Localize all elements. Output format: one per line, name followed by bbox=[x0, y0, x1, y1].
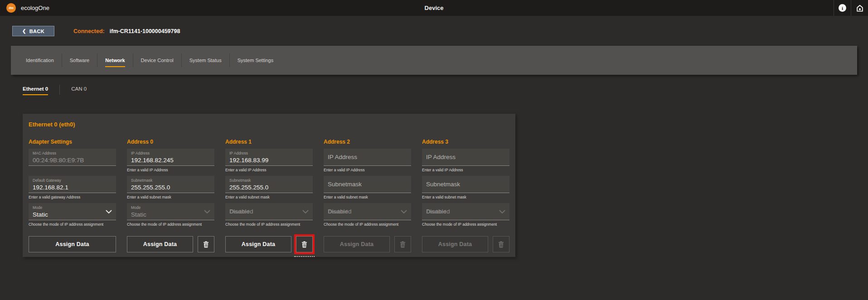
trash-icon bbox=[399, 241, 407, 248]
mode-select: Disabled Disabled bbox=[324, 203, 411, 220]
subnetmask-input[interactable]: Subnetmask bbox=[422, 176, 509, 193]
ip-address-input[interactable]: IP Address 192.168.83.99 bbox=[225, 149, 313, 166]
column-address-0: Address 0 IP Address 192.168.82.245 Ente… bbox=[127, 139, 214, 252]
mode-select: Disabled Disabled bbox=[422, 203, 509, 220]
info-button[interactable]: i bbox=[834, 0, 851, 16]
ip-address-input[interactable]: IP Address 192.168.82.245 bbox=[127, 149, 214, 166]
helper-text: Enter a valid subnet mask bbox=[225, 195, 313, 199]
column-address-1: Address 1 IP Address 192.168.83.99 Enter… bbox=[225, 139, 313, 252]
interface-sub-tabs: Ethernet 0 CAN 0 bbox=[23, 85, 868, 97]
column-address-3: Address 3 IP Address Enter a valid IP Ad… bbox=[422, 139, 509, 252]
app-name: ecologOne bbox=[21, 5, 49, 11]
mode-field: Mode Static Choose the mode of IP addres… bbox=[127, 203, 214, 230]
assign-data-button-disabled: Assign Data bbox=[422, 236, 488, 252]
column-header: Address 3 bbox=[422, 139, 509, 145]
home-button[interactable] bbox=[851, 0, 868, 16]
helper-text: Enter a valid subnet mask bbox=[127, 195, 214, 199]
mode-field: Mode Static Choose the mode of IP addres… bbox=[29, 203, 116, 230]
assign-data-button-disabled: Assign Data bbox=[324, 236, 390, 252]
back-label: BACK bbox=[29, 29, 44, 34]
helper-text: Enter a valid IP Address bbox=[422, 168, 509, 172]
helper-text: Choose the mode of IP address assignment bbox=[127, 222, 214, 227]
tab-network[interactable]: Network bbox=[97, 46, 132, 75]
column-header: Adapter Settings bbox=[29, 139, 116, 145]
actions-row: Assign Data bbox=[29, 236, 116, 252]
subnetmask-input[interactable]: Subnetmask bbox=[324, 176, 411, 193]
chevron-down-icon bbox=[204, 210, 210, 213]
delete-button[interactable] bbox=[198, 236, 214, 252]
subnetmask-field: Subnetmask Enter a valid subnet mask bbox=[324, 176, 411, 203]
mode-field: Disabled Disabled Choose the mode of IP … bbox=[225, 203, 313, 230]
assign-data-button[interactable]: Assign Data bbox=[225, 236, 291, 252]
ip-address-input[interactable]: IP Address bbox=[324, 149, 411, 166]
assign-data-button[interactable]: Assign Data bbox=[127, 236, 193, 252]
sub-header: ❮ BACK Connected: ifm-CR1141-10000045979… bbox=[12, 26, 868, 36]
chevron-down-icon bbox=[499, 210, 505, 213]
info-icon: i bbox=[839, 4, 846, 12]
mode-select: Disabled Disabled bbox=[225, 203, 313, 220]
subnetmask-input[interactable]: Subnetmask 255.255.255.0 bbox=[225, 176, 313, 193]
chevron-down-icon bbox=[401, 210, 407, 213]
subnetmask-field: Subnetmask 255.255.255.0 Enter a valid s… bbox=[225, 176, 313, 203]
column-header: Address 0 bbox=[127, 139, 214, 145]
chevron-left-icon: ❮ bbox=[22, 29, 26, 34]
tab-system-settings[interactable]: System Settings bbox=[230, 46, 281, 75]
connected-label: Connected: bbox=[73, 28, 105, 34]
helper-text: Enter a valid IP Address bbox=[127, 168, 214, 172]
chevron-down-icon bbox=[106, 210, 112, 213]
tab-system-status[interactable]: System Status bbox=[182, 46, 229, 75]
column-adapter-settings: Adapter Settings MAC Address 00:24:9B:80… bbox=[29, 139, 116, 252]
actions-row: Assign Data bbox=[225, 236, 313, 252]
ip-address-field: IP Address 192.168.82.245 Enter a valid … bbox=[127, 149, 214, 176]
mac-address-input: MAC Address 00:24:9B:80:E9:7B bbox=[29, 149, 116, 166]
ip-address-input[interactable]: IP Address bbox=[422, 149, 509, 166]
default-gateway-field: Default Gateway 192.168.82.1 Enter a val… bbox=[29, 176, 116, 203]
helper-text: Enter a valid IP Address bbox=[324, 168, 411, 172]
ethernet0-card: Ethernet 0 (eth0) Adapter Settings MAC A… bbox=[23, 114, 515, 257]
helper-text: Enter a valid gateway Address bbox=[29, 195, 116, 199]
delete-button-highlighted[interactable] bbox=[296, 236, 313, 252]
column-header: Address 2 bbox=[324, 139, 411, 145]
helper-text: Enter a valid subnet mask bbox=[422, 195, 509, 199]
trash-icon bbox=[202, 241, 210, 248]
actions-row: Assign Data bbox=[127, 236, 214, 252]
subnetmask-field: Subnetmask Enter a valid subnet mask bbox=[422, 176, 509, 203]
helper-text: Choose the mode of IP address assignment bbox=[422, 222, 509, 227]
subnetmask-input[interactable]: Subnetmask 255.255.255.0 bbox=[127, 176, 214, 193]
ip-address-field: IP Address Enter a valid IP Address bbox=[422, 149, 509, 176]
subtab-can0[interactable]: CAN 0 bbox=[60, 86, 98, 95]
tab-device-control[interactable]: Device Control bbox=[133, 46, 181, 75]
column-address-2: Address 2 IP Address Enter a valid IP Ad… bbox=[324, 139, 411, 252]
helper-text: Choose the mode of IP address assignment bbox=[29, 222, 116, 227]
connected-device-name: ifm-CR1141-100000459798 bbox=[110, 28, 180, 34]
card-title: Ethernet 0 (eth0) bbox=[29, 121, 509, 128]
helper-text: Enter a valid IP Address bbox=[225, 168, 313, 172]
delete-button-disabled bbox=[394, 236, 411, 252]
tab-software[interactable]: Software bbox=[62, 46, 97, 75]
back-button[interactable]: ❮ BACK bbox=[12, 26, 54, 36]
actions-row: Assign Data bbox=[422, 236, 509, 252]
ifm-logo-icon: ifm bbox=[6, 3, 16, 13]
tab-identification[interactable]: Identification bbox=[18, 46, 62, 75]
mode-field: Disabled Disabled Choose the mode of IP … bbox=[422, 203, 509, 230]
mac-address-field: MAC Address 00:24:9B:80:E9:7B bbox=[29, 149, 116, 176]
chevron-down-icon bbox=[302, 210, 309, 213]
mode-select[interactable]: Mode Static bbox=[29, 203, 116, 220]
subnetmask-field: Subnetmask 255.255.255.0 Enter a valid s… bbox=[127, 176, 214, 203]
page-title: Device bbox=[0, 5, 868, 11]
topbar-actions: i bbox=[834, 0, 868, 16]
assign-data-button[interactable]: Assign Data bbox=[29, 236, 116, 252]
trash-icon bbox=[497, 241, 505, 248]
default-gateway-input[interactable]: Default Gateway 192.168.82.1 bbox=[29, 176, 116, 193]
subtab-ethernet0[interactable]: Ethernet 0 bbox=[23, 86, 59, 95]
main-tab-bar: Identification Software Network Device C… bbox=[11, 46, 857, 75]
mode-field: Disabled Disabled Choose the mode of IP … bbox=[324, 203, 411, 230]
ip-address-field: IP Address Enter a valid IP Address bbox=[324, 149, 411, 176]
actions-row: Assign Data bbox=[324, 236, 411, 252]
helper-text: Enter a valid subnet mask bbox=[324, 195, 411, 199]
column-header: Address 1 bbox=[225, 139, 313, 145]
mode-select: Mode Static bbox=[127, 203, 214, 220]
home-icon bbox=[855, 4, 864, 13]
helper-text: Choose the mode of IP address assignment bbox=[225, 222, 313, 227]
trash-icon bbox=[301, 241, 308, 248]
